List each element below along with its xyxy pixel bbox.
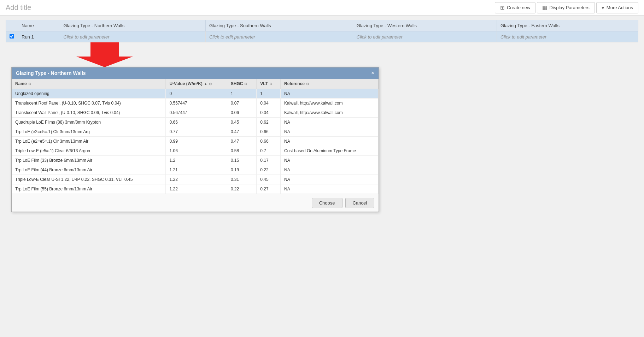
dialog-close-button[interactable]: × [371, 70, 374, 76]
cell-name: Quadruple LoE Films (88) 3mm/8mm Krypton [12, 118, 166, 127]
cell-name: Trp LoE Film (44) Bronze 6mm/13mm Air [12, 165, 166, 175]
glazing-table-row[interactable]: Quadruple LoE Films (88) 3mm/8mm Krypton… [12, 118, 379, 127]
cancel-button[interactable]: Cancel [345, 198, 374, 208]
col-uvalue-label: U-Value (W/m²K) [169, 81, 202, 86]
cell-name: Trp LoE Film (33) Bronze 6mm/13mm Air [12, 156, 166, 165]
checkbox-header [6, 20, 18, 31]
row-west[interactable]: Click to edit parameter [353, 31, 497, 42]
row-checkbox-input[interactable] [10, 34, 14, 39]
cell-name: Trp LoE (e2=e5=.1) Clr 3mm/13mm Arg [12, 127, 166, 137]
more-actions-button[interactable]: ▾ More Actions [596, 2, 638, 13]
cell-reference: NA [280, 165, 378, 175]
cell-uvalue: 0.567447 [166, 108, 227, 118]
col-name-label: Name [15, 81, 27, 86]
col-name-header[interactable]: Name ⊙ [12, 79, 166, 89]
cell-name: Translucent Roof Panel, (U-0.10, SHGC 0.… [12, 99, 166, 108]
cell-vlt: 0.66 [257, 137, 281, 146]
col-east: Glazing Type - Eastern Walls [497, 20, 638, 31]
col-vlt-sort-icon: ⊙ [269, 82, 272, 86]
more-actions-icon: ▾ [602, 5, 604, 11]
choose-button[interactable]: Choose [312, 198, 343, 208]
glazing-table-row[interactable]: Triple Low-E Clear U-SI 1.22, U-IP 0.22,… [12, 175, 379, 184]
cell-reference: NA [280, 89, 378, 99]
cell-reference: NA [280, 127, 378, 137]
col-vlt-header[interactable]: VLT ⊙ [257, 79, 281, 89]
cell-shgc: 0.07 [227, 99, 257, 108]
row-north[interactable]: Click to edit parameter [60, 31, 205, 42]
cell-shgc: 0.31 [227, 175, 257, 184]
dialog-title: Glazing Type - Northern Walls [16, 70, 86, 76]
svg-marker-0 [76, 42, 133, 67]
cell-vlt: 0.27 [257, 184, 281, 194]
cell-uvalue: 0.567447 [166, 99, 227, 108]
col-west: Glazing Type - Western Walls [353, 20, 497, 31]
row-east[interactable]: Click to edit parameter [497, 31, 638, 42]
cell-reference: NA [280, 184, 378, 194]
glazing-table-row[interactable]: Trp LoE Film (44) Bronze 6mm/13mm Air1.2… [12, 165, 379, 175]
create-new-button[interactable]: ⊞ Create new [495, 2, 535, 13]
cell-shgc: 0.47 [227, 127, 257, 137]
dialog-footer: Choose Cancel [12, 194, 379, 212]
col-reference-header[interactable]: Reference ⊙ [280, 79, 378, 89]
main-area: Name Glazing Type - Northern Walls Glazi… [0, 16, 644, 216]
page-title: Add title [6, 4, 31, 12]
display-parameters-button[interactable]: ▦ Display Parameters [537, 2, 595, 13]
arrow-annotation [6, 42, 638, 67]
cell-uvalue: 1.06 [166, 146, 227, 156]
cell-name: Trp LoE Film (55) Bronze 6mm/13mm Air [12, 184, 166, 194]
create-new-icon: ⊞ [500, 5, 505, 11]
cell-vlt: 1 [257, 89, 281, 99]
row-south[interactable]: Click to edit parameter [205, 31, 353, 42]
cell-vlt: 0.04 [257, 108, 281, 118]
cell-reference: NA [280, 137, 378, 146]
col-uvalue-filter-icon: ⊙ [209, 82, 212, 86]
col-reference-sort-icon: ⊙ [306, 82, 309, 86]
top-bar: Add title ⊞ Create new ▦ Display Paramet… [0, 0, 644, 16]
cell-vlt: 0.62 [257, 118, 281, 127]
col-shgc-header[interactable]: SHGC ⊙ [227, 79, 257, 89]
cell-vlt: 0.66 [257, 127, 281, 137]
col-shgc-label: SHGC [231, 81, 243, 86]
glazing-table-header: Name ⊙ U-Value (W/m²K) ▲ ⊙ [12, 79, 379, 89]
cell-shgc: 0.22 [227, 184, 257, 194]
dialog-table-container[interactable]: Name ⊙ U-Value (W/m²K) ▲ ⊙ [12, 79, 379, 194]
row-checkbox[interactable] [6, 31, 18, 42]
glazing-table-row[interactable]: Unglazed opening011NA [12, 89, 379, 99]
cell-uvalue: 1.22 [166, 175, 227, 184]
glazing-dialog: Glazing Type - Northern Walls × Name ⊙ [11, 67, 379, 212]
cell-shgc: 1 [227, 89, 257, 99]
cell-shgc: 0.15 [227, 156, 257, 165]
dialog-wrapper: Glazing Type - Northern Walls × Name ⊙ [11, 67, 633, 212]
cell-reference: Kalwall, http://www.kalwall.com [280, 99, 378, 108]
display-parameters-label: Display Parameters [549, 5, 589, 10]
glazing-table-row[interactable]: Trp LoE Film (55) Bronze 6mm/13mm Air1.2… [12, 184, 379, 194]
glazing-table-row[interactable]: Translucent Wall Panel, (U-0.10, SHGC 0.… [12, 108, 379, 118]
glazing-table-row[interactable]: Triple Low-E (e5=.1) Clear 6/6/13 Argon1… [12, 146, 379, 156]
arrow-svg [62, 42, 140, 67]
cell-reference: NA [280, 156, 378, 165]
glazing-table-row[interactable]: Trp LoE Film (33) Bronze 6mm/13mm Air1.2… [12, 156, 379, 165]
cell-uvalue: 1.21 [166, 165, 227, 175]
row-name: Run 1 [18, 31, 60, 42]
top-bar-actions: ⊞ Create new ▦ Display Parameters ▾ More… [495, 2, 638, 13]
col-name: Name [18, 20, 60, 31]
cell-name: Triple Low-E (e5=.1) Clear 6/6/13 Argon [12, 146, 166, 156]
cell-name: Trp LoE (e2=e5=.1) Clr 3mm/13mm Air [12, 137, 166, 146]
col-uvalue-header[interactable]: U-Value (W/m²K) ▲ ⊙ [166, 79, 227, 89]
glazing-table-row[interactable]: Translucent Roof Panel, (U-0.10, SHGC 0.… [12, 99, 379, 108]
cell-reference: Cost based On Aluminum Type Frame [280, 146, 378, 156]
cell-uvalue: 1.2 [166, 156, 227, 165]
cell-uvalue: 0 [166, 89, 227, 99]
glazing-table-row[interactable]: Trp LoE (e2=e5=.1) Clr 3mm/13mm Air0.990… [12, 137, 379, 146]
glazing-table-row[interactable]: Trp LoE (e2=e5=.1) Clr 3mm/13mm Arg0.770… [12, 127, 379, 137]
col-reference-label: Reference [284, 81, 305, 86]
create-new-label: Create new [507, 5, 530, 10]
cell-shgc: 0.06 [227, 108, 257, 118]
cell-name: Triple Low-E Clear U-SI 1.22, U-IP 0.22,… [12, 175, 166, 184]
table-row[interactable]: Run 1 Click to edit parameter Click to e… [6, 31, 638, 42]
display-parameters-icon: ▦ [542, 5, 547, 11]
col-south: Glazing Type - Southern Walls [205, 20, 353, 31]
cell-name: Unglazed opening [12, 89, 166, 99]
glazing-table: Name ⊙ U-Value (W/m²K) ▲ ⊙ [12, 79, 379, 194]
cell-uvalue: 0.66 [166, 118, 227, 127]
